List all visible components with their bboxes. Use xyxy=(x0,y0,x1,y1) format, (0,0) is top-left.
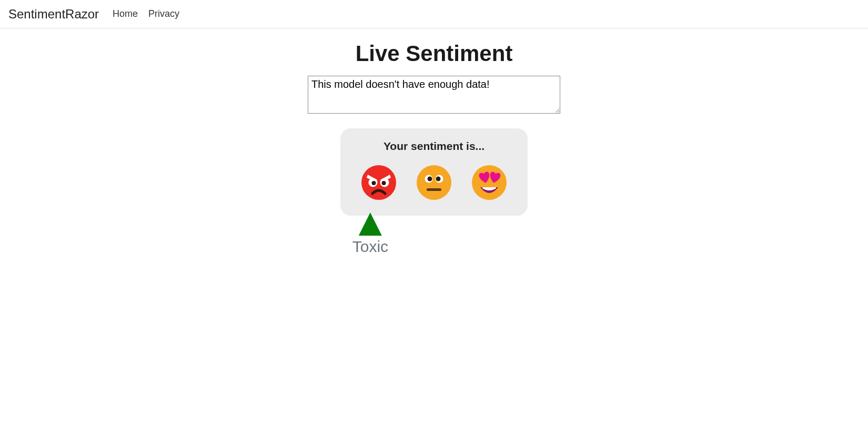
navbar: SentimentRazor Home Privacy xyxy=(0,0,868,28)
marker-triangle-icon xyxy=(359,213,382,236)
emoji-row xyxy=(351,164,517,201)
neutral-face-icon xyxy=(416,164,452,201)
sentiment-input[interactable] xyxy=(308,76,560,114)
nav-home[interactable]: Home xyxy=(107,4,143,24)
svg-point-11 xyxy=(472,165,507,200)
svg-point-4 xyxy=(381,181,386,185)
heart-eyes-face-icon xyxy=(471,164,508,201)
svg-point-9 xyxy=(436,177,440,181)
marker-track: Toxic xyxy=(340,216,528,263)
main-container: Live Sentiment Your sentiment is... xyxy=(134,28,734,263)
svg-point-3 xyxy=(371,181,376,185)
svg-point-5 xyxy=(417,165,451,200)
angry-face-icon xyxy=(360,164,397,201)
svg-point-8 xyxy=(427,177,432,181)
page-title: Live Sentiment xyxy=(134,41,734,66)
marker-label: Toxic xyxy=(352,238,388,256)
result-title: Your sentiment is... xyxy=(351,140,517,153)
svg-rect-10 xyxy=(427,188,441,191)
svg-point-0 xyxy=(361,165,396,200)
sentiment-marker: Toxic xyxy=(352,213,388,256)
result-card: Your sentiment is... xyxy=(340,128,528,216)
brand-link[interactable]: SentimentRazor xyxy=(8,7,107,22)
nav-privacy[interactable]: Privacy xyxy=(143,4,185,24)
